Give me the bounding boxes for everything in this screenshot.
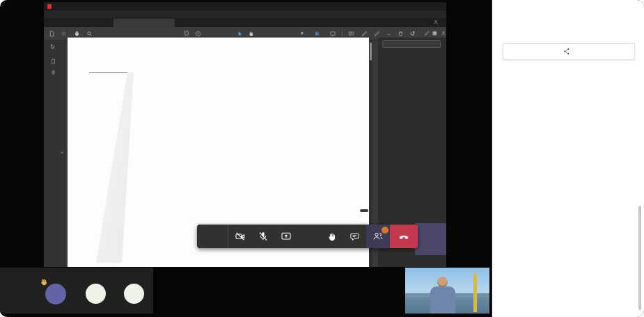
avatar xyxy=(86,284,106,304)
video-tile-robert[interactable] xyxy=(405,268,489,314)
acrobat-tab-bar xyxy=(44,18,446,27)
collapse-pane-icon[interactable]: ◂ xyxy=(61,149,63,154)
participants-badge xyxy=(382,227,388,234)
hide-participants-tooltip xyxy=(360,209,368,212)
platform-pole xyxy=(473,273,477,312)
pdf-app-icon xyxy=(47,4,52,9)
teams-meeting-window: ☆ ▾ K → ↺ ▦ ↻ xyxy=(0,0,644,317)
chat-button[interactable] xyxy=(343,225,366,248)
pdf-scrollbar-thumb[interactable] xyxy=(370,42,372,60)
phone-icon xyxy=(398,230,410,243)
esign-promo-card xyxy=(415,223,446,255)
tools-search-input[interactable] xyxy=(382,40,441,48)
raised-hand-icon xyxy=(38,277,49,288)
person-body xyxy=(430,286,455,314)
share-invite-button[interactable] xyxy=(503,43,635,60)
camera-off-button[interactable] xyxy=(228,225,251,248)
people-scrollbar-thumb[interactable] xyxy=(638,206,641,310)
acrobat-title-bar xyxy=(44,2,446,10)
share-screen-button[interactable] xyxy=(274,225,297,248)
call-control-bar xyxy=(197,225,418,248)
share-invite-icon xyxy=(563,47,571,56)
acrobat-menu-bar xyxy=(44,10,446,18)
overflow-count-badge xyxy=(45,284,66,304)
star-icon[interactable]: ☆ xyxy=(61,27,66,40)
user-icon xyxy=(433,19,439,25)
avatar xyxy=(124,284,144,304)
participants-button[interactable] xyxy=(366,225,390,248)
more-actions-button[interactable] xyxy=(297,225,320,248)
toolbar-divider xyxy=(342,30,343,37)
acrobat-nav-pane: ↻ ◂ xyxy=(44,40,65,267)
overflow-participants-tile[interactable] xyxy=(0,268,153,314)
person-head xyxy=(437,277,448,287)
hang-up-button[interactable] xyxy=(390,225,418,248)
attachments-icon[interactable] xyxy=(50,66,56,79)
raise-hand-button[interactable] xyxy=(320,225,343,248)
call-timer xyxy=(197,225,228,248)
save-icon[interactable] xyxy=(49,27,55,40)
tab-document[interactable] xyxy=(113,19,175,27)
people-panel xyxy=(492,0,644,317)
thumbnails-icon[interactable]: ↻ xyxy=(50,44,55,50)
mic-off-button[interactable] xyxy=(251,225,274,248)
